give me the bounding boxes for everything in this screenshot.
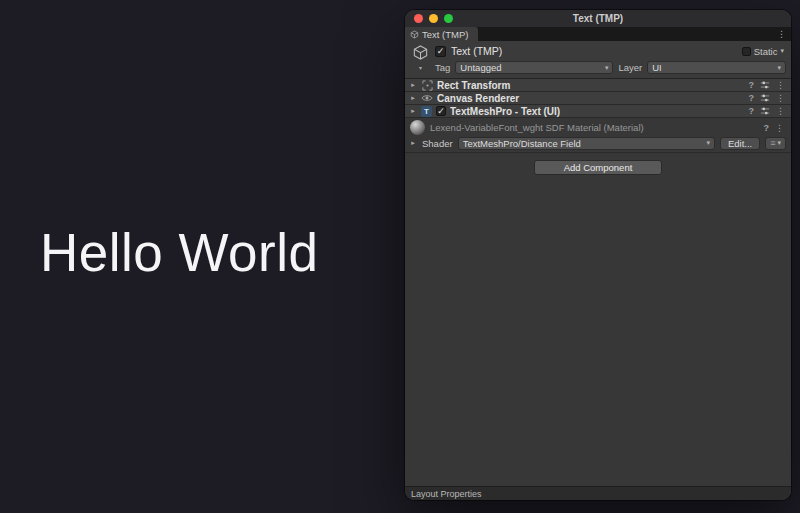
tab-label: Text (TMP) <box>422 29 468 40</box>
zoom-button[interactable] <box>444 14 453 23</box>
inspector-window: Text (TMP) Text (TMP) ⋮ ▾ ✓ Te <box>405 10 791 500</box>
tag-dropdown-arrow-icon: ▾ <box>605 64 609 72</box>
material-sphere-icon <box>410 120 425 135</box>
shader-edit-button[interactable]: Edit... <box>720 137 760 150</box>
minimize-button[interactable] <box>429 14 438 23</box>
gameobject-icon-column: ▾ <box>409 44 432 74</box>
help-icon[interactable]: ? <box>749 106 755 116</box>
tag-label: Tag <box>435 62 450 73</box>
rect-transform-icon <box>421 79 433 91</box>
gameobject-header: ▾ ✓ Text (TMP) Static ▾ Tag Untagged ▾ L… <box>405 41 791 79</box>
component-label: TextMeshPro - Text (UI) <box>450 106 745 117</box>
foldout-arrow-icon[interactable]: ▸ <box>409 94 417 102</box>
component-label: Rect Transform <box>437 80 745 91</box>
material-name: Lexend-VariableFont_wght SDF Material (M… <box>430 122 759 133</box>
gameobject-name-row: ✓ Text (TMP) Static ▾ <box>435 44 786 58</box>
component-header-canvas-renderer[interactable]: ▸ Canvas Renderer ? ⋮ <box>405 92 791 105</box>
material-header[interactable]: Lexend-VariableFont_wght SDF Material (M… <box>405 118 791 137</box>
layer-label: Layer <box>618 62 642 73</box>
icon-picker-dropdown-icon[interactable]: ▾ <box>419 65 422 71</box>
foldout-arrow-icon[interactable]: ▸ <box>409 81 417 89</box>
textmeshpro-icon: T <box>421 106 432 117</box>
tab-cube-icon <box>410 30 419 39</box>
help-icon[interactable]: ? <box>764 123 770 133</box>
inspector-body: Add Component <box>405 153 791 486</box>
shader-value: TextMeshPro/Distance Field <box>463 138 703 149</box>
layer-dropdown-arrow-icon: ▾ <box>777 64 781 72</box>
gameobject-name-field[interactable]: Text (TMP) <box>451 45 737 57</box>
static-dropdown-arrow-icon: ▾ <box>780 47 784 55</box>
layout-properties-bar[interactable]: Layout Properties <box>405 486 791 500</box>
component-header-textmeshpro[interactable]: ▸ T ✓ TextMeshPro - Text (UI) ? ⋮ <box>405 105 791 118</box>
static-dropdown[interactable]: Static ▾ <box>742 46 786 57</box>
tag-dropdown[interactable]: Untagged ▾ <box>455 61 613 74</box>
shader-menu-arrow-icon: ▾ <box>777 139 781 147</box>
menu-icon: ≡ <box>770 138 775 148</box>
gameobject-fields: ✓ Text (TMP) Static ▾ Tag Untagged ▾ Lay… <box>435 44 786 74</box>
layer-value: UI <box>652 62 773 73</box>
tag-value: Untagged <box>460 62 601 73</box>
static-label: Static <box>754 46 778 57</box>
add-component-button[interactable]: Add Component <box>534 160 662 175</box>
kebab-menu-icon[interactable]: ⋮ <box>775 123 784 133</box>
close-button[interactable] <box>414 14 423 23</box>
tab-bar: Text (TMP) ⋮ <box>405 27 791 41</box>
shader-dropdown[interactable]: TextMeshPro/Distance Field ▾ <box>458 137 715 150</box>
material-foldout-arrow-icon[interactable]: ▸ <box>409 139 417 147</box>
static-checkbox[interactable] <box>742 47 751 56</box>
material-header-icons: ? ⋮ <box>764 123 787 133</box>
window-title: Text (TMP) <box>405 13 791 24</box>
layout-properties-label: Layout Properties <box>411 489 482 499</box>
tab-properties[interactable]: Text (TMP) <box>405 27 478 41</box>
shader-dropdown-arrow-icon: ▾ <box>706 139 710 147</box>
tag-layer-row: Tag Untagged ▾ Layer UI ▾ <box>435 61 786 74</box>
shader-label: Shader <box>422 138 453 149</box>
foldout-arrow-icon[interactable]: ▸ <box>409 107 417 115</box>
shader-menu-button[interactable]: ≡ ▾ <box>765 137 786 150</box>
tab-kebab-menu-icon[interactable]: ⋮ <box>777 27 786 41</box>
hello-world-text: Hello World <box>40 222 318 283</box>
kebab-menu-icon[interactable]: ⋮ <box>776 106 785 116</box>
active-checkbox[interactable]: ✓ <box>435 46 446 57</box>
layer-dropdown[interactable]: UI ▾ <box>647 61 786 74</box>
gameobject-cube-icon[interactable] <box>412 44 429 65</box>
shader-row: ▸ Shader TextMeshPro/Distance Field ▾ Ed… <box>405 137 791 153</box>
traffic-lights <box>405 14 453 23</box>
component-label: Canvas Renderer <box>437 93 745 104</box>
window-titlebar[interactable]: Text (TMP) <box>405 10 791 27</box>
component-enabled-checkbox[interactable]: ✓ <box>436 106 446 116</box>
component-header-rect-transform[interactable]: ▸ Rect Transform ? ⋮ <box>405 79 791 92</box>
canvas-renderer-icon <box>421 92 433 104</box>
